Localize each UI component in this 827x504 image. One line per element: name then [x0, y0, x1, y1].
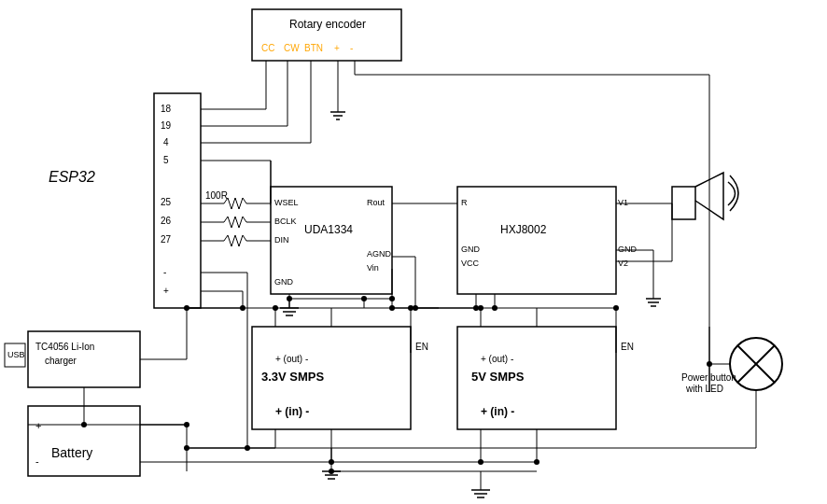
rotary-minus-pin: -	[350, 43, 353, 53]
v1-pin: V1	[618, 198, 628, 207]
pin-4: 4	[163, 137, 169, 147]
agnd-pin: AGND	[367, 249, 392, 259]
smps-3v3-label: 3.3V SMPS	[261, 370, 325, 384]
rotary-cw-pin: CW	[284, 43, 300, 53]
circuit-diagram: Rotary encoder CC CW BTN + - ESP32 18 19…	[0, 0, 827, 504]
vcc-pin: VCC	[461, 259, 480, 268]
smps-5v-label: 5V SMPS	[471, 370, 525, 384]
pin-5: 5	[163, 155, 169, 165]
pin-minus: -	[163, 267, 166, 277]
uda1334-label: UDA1334	[304, 223, 353, 236]
tc4056-label: TC4056 Li-Ion	[35, 342, 94, 352]
rotary-encoder-label: Rotary encoder	[289, 18, 366, 31]
battery-plus: +	[35, 420, 41, 431]
svg-rect-46	[457, 187, 616, 294]
gnd-pin-uda: GND	[274, 277, 294, 287]
pin-19: 19	[161, 120, 172, 131]
rout-pin: Rout	[367, 198, 385, 207]
svg-point-113	[329, 469, 334, 474]
svg-point-128	[245, 445, 250, 451]
svg-point-108	[534, 459, 540, 465]
power-button-label: Power button	[681, 372, 736, 383]
resistor-100r-label: 100R	[205, 190, 228, 201]
gnd-pin-hxj: GND	[461, 245, 481, 254]
tc4056-label2: charger	[45, 356, 77, 366]
rotary-btn-pin: BTN	[304, 43, 323, 53]
battery-minus: -	[35, 455, 39, 467]
smps-5v-in-label: + (in) -	[481, 405, 514, 418]
rotary-cc-pin: CC	[261, 43, 274, 53]
wsel-pin: WSEL	[274, 198, 299, 207]
smps-3v3-in-label: + (in) -	[275, 405, 309, 418]
smps-5v-out-label: + (out) -	[481, 354, 513, 364]
hxj8002-label: HXJ8002	[500, 223, 547, 236]
din-pin: DIN	[274, 235, 289, 245]
v2-pin: V2	[618, 259, 628, 268]
smps-3v3-out-label: + (out) -	[275, 354, 308, 364]
pin-27: 27	[161, 234, 172, 245]
en-label-5v: EN	[621, 342, 634, 352]
r-pin: R	[461, 198, 468, 207]
bclk-pin: BCLK	[274, 217, 297, 226]
power-button-label2: with LED	[685, 384, 723, 394]
vin-pin: Vin	[367, 263, 379, 273]
en-label-3v3: EN	[415, 342, 428, 352]
esp32-label: ESP32	[49, 169, 95, 185]
svg-point-81	[389, 305, 395, 311]
battery-label: Battery	[51, 445, 92, 460]
pin-plus: +	[163, 286, 169, 296]
pin-26: 26	[161, 216, 172, 226]
rotary-plus-pin: +	[334, 43, 340, 53]
usb-label: USB	[7, 350, 25, 359]
pin-18: 18	[161, 104, 172, 114]
pin-25: 25	[161, 197, 172, 207]
gnd2-pin: GND	[618, 245, 638, 254]
